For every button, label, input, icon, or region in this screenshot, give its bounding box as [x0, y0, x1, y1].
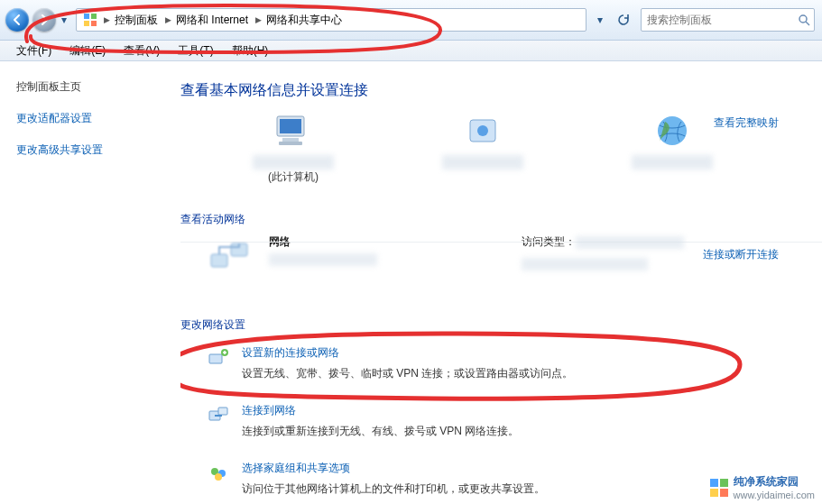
refresh-button[interactable]	[614, 10, 633, 30]
address-bar-row: ▾ ▶ 控制面板 ▶ 网络和 Internet ▶ 网络和共享中心 ▾	[0, 0, 822, 41]
setup-connection-icon	[208, 347, 229, 369]
task-setup-connection[interactable]: 设置新的连接或网络 设置无线、宽带、拨号、临时或 VPN 连接；或设置路由器或访…	[208, 345, 795, 381]
svg-rect-0	[84, 14, 89, 19]
sidebar-home[interactable]: 控制面板主页	[16, 79, 180, 95]
svg-point-4	[799, 15, 807, 23]
breadcrumb-seg-network-internet[interactable]: 网络和 Internet	[172, 10, 254, 30]
map-network	[442, 113, 523, 170]
task-setup-connection-link[interactable]: 设置新的连接或网络	[242, 346, 339, 359]
svg-rect-25	[710, 479, 718, 487]
sidebar-change-adapter[interactable]: 更改适配器设置	[16, 111, 180, 126]
svg-rect-18	[218, 408, 227, 415]
link-full-map[interactable]: 查看完整映射	[714, 115, 779, 131]
svg-point-11	[477, 125, 488, 136]
menu-help[interactable]: 帮助(H)	[225, 41, 276, 60]
svg-rect-26	[720, 479, 728, 487]
section-change-settings-title: 更改网络设置	[180, 317, 795, 333]
task-homegroup-link[interactable]: 选择家庭组和共享选项	[242, 462, 350, 474]
task-homegroup[interactable]: 选择家庭组和共享选项 访问位于其他网络计算机上的文件和打印机，或更改共享设置。	[208, 461, 795, 497]
breadcrumb-dropdown-button[interactable]: ▾	[590, 10, 610, 30]
svg-rect-1	[91, 14, 97, 19]
search-icon	[798, 13, 810, 27]
svg-point-12	[658, 116, 687, 145]
search-input[interactable]	[645, 13, 798, 27]
chevron-right-icon[interactable]: ▶	[102, 15, 111, 24]
computer-icon	[272, 113, 315, 149]
globe-icon	[651, 113, 694, 149]
watermark-name: 纯净系统家园	[734, 474, 815, 490]
map-this-pc: (此计算机)	[253, 113, 334, 185]
task-homegroup-desc: 访问位于其他网络计算机上的文件和打印机，或更改共享设置。	[242, 481, 545, 497]
breadcrumb-seg-network-sharing[interactable]: 网络和共享中心	[263, 10, 347, 30]
chevron-right-icon[interactable]: ▶	[163, 15, 172, 24]
svg-rect-8	[282, 138, 299, 142]
breadcrumb-seg-control-panel[interactable]: 控制面板	[111, 10, 163, 30]
menu-bar: 文件(F) 编辑(E) 查看(V) 工具(T) 帮助(H)	[0, 41, 822, 61]
main-pane: 查看基本网络信息并设置连接 (此计算机)	[180, 61, 822, 504]
homegroup-icon	[208, 463, 229, 484]
search-box[interactable]	[641, 8, 815, 32]
svg-rect-7	[280, 119, 301, 133]
watermark-logo-icon	[708, 477, 730, 499]
svg-rect-3	[91, 21, 97, 26]
network-node-icon	[461, 113, 504, 149]
menu-file[interactable]: 文件(F)	[9, 41, 59, 60]
svg-rect-15	[209, 354, 222, 363]
svg-rect-2	[84, 21, 89, 26]
task-connect-network-desc: 连接到或重新连接到无线、有线、拨号或 VPN 网络连接。	[242, 424, 519, 439]
connect-network-icon	[208, 405, 229, 426]
svg-rect-27	[710, 489, 718, 497]
nav-history-dropdown[interactable]: ▾	[58, 11, 70, 29]
map-internet	[632, 113, 713, 170]
svg-rect-9	[279, 142, 302, 145]
menu-edit[interactable]: 编辑(E)	[62, 41, 113, 60]
link-connect-disconnect[interactable]: 连接或断开连接	[703, 247, 779, 262]
watermark: 纯净系统家园 www.yidaimei.com	[708, 474, 815, 500]
nav-back-button[interactable]	[5, 8, 29, 32]
breadcrumb[interactable]: ▶ 控制面板 ▶ 网络和 Internet ▶ 网络和共享中心	[76, 8, 586, 32]
sidebar: 控制面板主页 更改适配器设置 更改高级共享设置	[0, 61, 180, 504]
svg-point-21	[215, 473, 222, 481]
svg-line-5	[806, 22, 809, 25]
menu-tools[interactable]: 工具(T)	[171, 41, 220, 60]
section-active-networks-title: 查看活动网络	[180, 212, 795, 227]
sidebar-advanced-sharing[interactable]: 更改高级共享设置	[16, 142, 180, 158]
task-setup-connection-desc: 设置无线、宽带、拨号、临时或 VPN 连接；或设置路由器或访问点。	[242, 366, 573, 381]
page-title: 查看基本网络信息并设置连接	[180, 81, 795, 100]
nav-forward-button[interactable]	[32, 8, 56, 32]
menu-view[interactable]: 查看(V)	[116, 41, 167, 60]
svg-rect-13	[211, 254, 227, 267]
map-this-pc-label: (此计算机)	[253, 170, 334, 185]
control-panel-icon	[82, 12, 98, 28]
svg-rect-28	[720, 489, 728, 497]
network-icon	[208, 234, 251, 278]
chevron-right-icon[interactable]: ▶	[254, 15, 263, 24]
task-connect-network[interactable]: 连接到网络 连接到或重新连接到无线、有线、拨号或 VPN 网络连接。	[208, 403, 795, 439]
task-connect-network-link[interactable]: 连接到网络	[242, 404, 296, 417]
watermark-url: www.yidaimei.com	[734, 490, 815, 500]
